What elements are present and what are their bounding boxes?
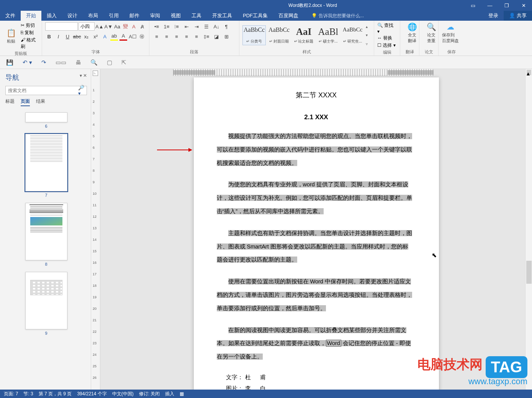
page-thumb[interactable] xyxy=(25,134,67,191)
status-insert[interactable]: 插入 xyxy=(165,391,174,397)
style-item[interactable]: AaBbCc↵ 分类号 xyxy=(242,25,266,45)
tab-home[interactable]: 开始 xyxy=(21,11,41,21)
login-button[interactable]: 登录 xyxy=(483,11,504,21)
ruler-horizontal[interactable] xyxy=(173,69,434,76)
format-painter-button[interactable]: 🖌 格式刷 xyxy=(21,37,39,50)
multilevel-list-icon[interactable]: ⁝≡ xyxy=(172,22,181,31)
tab-design[interactable]: 设计 xyxy=(62,11,83,21)
scrollbar-vertical[interactable]: ▴ xyxy=(525,69,532,390)
align-left-icon[interactable]: ≡ xyxy=(152,32,161,41)
font-size-input[interactable] xyxy=(79,22,95,31)
status-track[interactable]: 修订: 关闭 xyxy=(139,391,160,397)
tab-refs[interactable]: 引用 xyxy=(103,11,124,21)
replace-button[interactable]: ↔ 替换 xyxy=(377,35,397,41)
copy-button[interactable]: ⎘ 复制 xyxy=(21,30,39,36)
cut-button[interactable]: ✂ 剪切 xyxy=(21,22,39,29)
enclose-icon[interactable]: ㊙ xyxy=(138,32,146,41)
char-border-icon[interactable]: A xyxy=(130,22,138,31)
page-thumb[interactable] xyxy=(25,272,67,329)
decrease-indent-icon[interactable]: ⇤ xyxy=(182,22,191,31)
borders-icon[interactable]: ⊞ xyxy=(222,32,231,41)
thumb-strip[interactable]: 6 7 8 9 xyxy=(5,111,87,379)
undo-icon[interactable]: ↶ ▾ xyxy=(23,59,32,66)
tab-view[interactable]: 视图 xyxy=(165,11,186,21)
save-cloud-button[interactable]: ☁保存到 百度网盘 xyxy=(442,22,459,44)
share-button[interactable]: 👤 共享 xyxy=(504,11,532,21)
tab-mail[interactable]: 邮件 xyxy=(124,11,145,21)
align-center-icon[interactable]: ≡ xyxy=(162,32,171,41)
tab-selector-icon[interactable]: ∟ xyxy=(93,71,98,76)
asian-layout-icon[interactable]: ☰ xyxy=(202,22,211,31)
phonetic-icon[interactable]: 變 xyxy=(122,22,129,31)
status-words[interactable]: 394/2214 个字 xyxy=(77,391,106,397)
paste-button[interactable]: 📋粘贴 xyxy=(3,28,19,44)
status-page[interactable]: 页面: 7 xyxy=(4,391,18,397)
tab-tools[interactable]: 工具 xyxy=(186,11,207,21)
nav-tab-results[interactable]: 结果 xyxy=(36,98,45,106)
subscript-icon[interactable]: x₂ xyxy=(82,32,90,41)
line-spacing-icon[interactable]: ‡≡ xyxy=(202,32,211,41)
char-shading-icon[interactable]: A☐ xyxy=(129,32,137,41)
style-item[interactable]: AaI↵ 论文标题 xyxy=(292,25,315,45)
status-macro-icon[interactable]: ▦ xyxy=(180,391,184,396)
increase-indent-icon[interactable]: ⇥ xyxy=(192,22,201,31)
qat-icon-4[interactable]: ▢ xyxy=(107,59,112,66)
ribbon-display-icon[interactable]: ▭ xyxy=(465,0,481,11)
qat-icon-1[interactable]: ▭▭ xyxy=(56,59,66,66)
tab-pdf[interactable]: PDF工具集 xyxy=(237,11,273,21)
strike-icon[interactable]: abc xyxy=(73,32,81,41)
change-case-icon[interactable]: Aa xyxy=(113,22,121,31)
status-section[interactable]: 节: 3 xyxy=(23,391,33,397)
page-thumb[interactable] xyxy=(25,203,67,260)
number-list-icon[interactable]: 1≡ xyxy=(162,22,171,31)
qat-icon-5[interactable]: ⇱ xyxy=(121,59,126,66)
tell-me[interactable]: 💡告诉我您想要做什么... xyxy=(311,13,364,19)
style-item[interactable]: AaBbCc↵ 研究生... xyxy=(341,25,364,45)
tab-insert[interactable]: 插入 xyxy=(41,11,62,21)
minimize-icon[interactable]: — xyxy=(481,0,498,11)
nav-search[interactable]: 🔎▾ xyxy=(5,86,87,95)
tab-baidu[interactable]: 百度网盘 xyxy=(273,11,304,21)
tab-file[interactable]: 文件 xyxy=(0,11,21,21)
qat-icon-3[interactable]: 🔍 xyxy=(90,59,98,66)
style-item[interactable]: AaBbCc↵ 封面日期 xyxy=(267,25,291,45)
save-icon[interactable]: 💾 xyxy=(6,59,13,66)
document-page[interactable]: 第二节 XXXX 2.1 XXX 视频提供了功能强大的方法帮助您证明您的观点。当… xyxy=(194,77,439,398)
scroll-thumb[interactable] xyxy=(526,261,532,284)
status-page-of[interactable]: 第 7 页，共 9 页 xyxy=(39,391,72,397)
qat-icon-2[interactable]: 🖶 xyxy=(75,59,81,66)
page-thumb[interactable] xyxy=(25,112,67,122)
nav-tab-pages[interactable]: 页面 xyxy=(21,98,30,106)
justify-icon[interactable]: ≡ xyxy=(182,32,191,41)
find-button[interactable]: 🔍 查找 ▾ xyxy=(377,22,397,34)
nav-search-input[interactable] xyxy=(6,87,78,94)
sort-icon[interactable]: A↓ xyxy=(212,22,221,31)
select-button[interactable]: ☐ 选择 ▾ xyxy=(377,42,397,49)
status-lang[interactable]: 中文(中国) xyxy=(112,391,134,397)
search-icon[interactable]: 🔎▾ xyxy=(78,86,87,95)
scroll-up-icon[interactable]: ▴ xyxy=(527,70,531,75)
show-marks-icon[interactable]: ¶ xyxy=(222,22,231,31)
nav-tab-headings[interactable]: 标题 xyxy=(5,98,15,106)
paper-check-button[interactable]: 🔍论文 查重 xyxy=(422,22,440,44)
italic-icon[interactable]: I xyxy=(54,32,62,41)
highlight-icon[interactable]: ab xyxy=(110,32,118,41)
translate-button[interactable]: 🌐全文 翻译 xyxy=(403,22,421,44)
tab-layout[interactable]: 布局 xyxy=(83,11,103,21)
tab-review[interactable]: 审阅 xyxy=(145,11,165,21)
distribute-icon[interactable]: ≡ xyxy=(192,32,201,41)
font-name-input[interactable] xyxy=(45,22,78,31)
restore-icon[interactable]: ❐ xyxy=(498,0,515,11)
clear-format-icon[interactable]: A̷ xyxy=(138,22,146,31)
font-color-icon[interactable]: A xyxy=(119,32,127,41)
bold-icon[interactable]: B xyxy=(45,32,53,41)
styles-more-icon[interactable]: ▴▾▿ xyxy=(366,22,371,48)
style-item[interactable]: AaBl↵ 硕士学... xyxy=(317,25,340,45)
redo-icon[interactable]: ↷ xyxy=(41,59,46,66)
grow-font-icon[interactable]: A▲ xyxy=(95,22,104,31)
shading-icon[interactable]: ◪ xyxy=(212,32,221,41)
close-icon[interactable]: ✕ xyxy=(515,0,532,11)
align-right-icon[interactable]: ≡ xyxy=(172,32,181,41)
nav-close-icon[interactable]: ▾ ✕ xyxy=(80,73,87,78)
superscript-icon[interactable]: x² xyxy=(92,32,100,41)
